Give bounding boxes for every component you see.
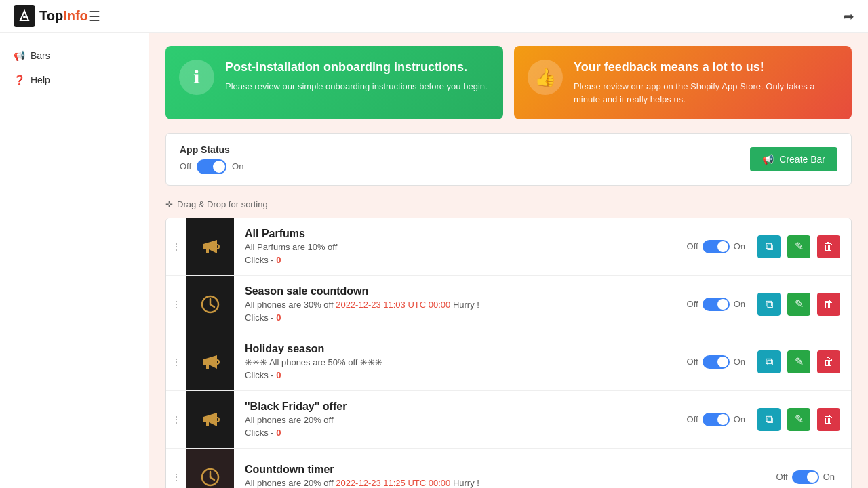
bar-title-5: Countdown timer xyxy=(245,464,766,476)
bar-off-label-4: Off xyxy=(687,414,698,424)
toggle-knob xyxy=(213,161,225,173)
bar-toggle-4[interactable] xyxy=(703,413,730,426)
app-status-label: App Status xyxy=(180,144,243,155)
app-header: TopInfo ☰ ➦ xyxy=(0,0,868,33)
drag-hint-icon: ✛ xyxy=(165,199,173,209)
off-label: Off xyxy=(180,161,191,171)
onboarding-icon: ℹ xyxy=(179,60,214,95)
bar-toggle-knob-4 xyxy=(717,414,728,425)
delete-button-4[interactable]: 🗑 xyxy=(817,408,840,431)
delete-button-1[interactable]: 🗑 xyxy=(817,235,840,258)
bar-icon-megaphone-1 xyxy=(186,218,234,275)
bar-item-season-sale: ⋮ Season sale countdown All phones are 3… xyxy=(166,276,851,333)
sidebar: 📢 Bars ❓ Help xyxy=(0,33,149,488)
sidebar-bars-label: Bars xyxy=(31,50,50,61)
app-status-card: App Status Off On 📢 Create Bar xyxy=(165,133,852,186)
bar-toggle-1[interactable] xyxy=(703,240,730,253)
bar-toggle-knob-5 xyxy=(807,472,818,483)
drag-handle-5[interactable]: ⋮ xyxy=(166,472,186,483)
bar-icon-megaphone-3 xyxy=(186,333,234,390)
onboarding-banner[interactable]: ℹ Post-installation onboarding instructi… xyxy=(165,46,503,119)
bar-title-1: All Parfums xyxy=(245,228,676,240)
edit-button-2[interactable]: ✎ xyxy=(787,293,810,316)
logo: TopInfo xyxy=(14,5,88,27)
copy-button-2[interactable]: ⧉ xyxy=(757,293,781,316)
bar-toggle-2[interactable] xyxy=(703,298,730,311)
copy-button-3[interactable]: ⧉ xyxy=(757,350,781,373)
bar-controls-2: Off On ⧉ ✎ 🗑 xyxy=(687,293,851,316)
copy-button-4[interactable]: ⧉ xyxy=(757,408,781,431)
delete-button-2[interactable]: 🗑 xyxy=(817,293,840,316)
feedback-icon: 👍 xyxy=(528,60,563,95)
bar-info-3: Holiday season ✳✳✳ All phones are 50% of… xyxy=(234,335,687,388)
bar-on-label-2: On xyxy=(734,299,745,309)
onboarding-title: Post-installation onboarding instruction… xyxy=(225,60,488,75)
bar-desc-prefix-5: All phones are 20% off xyxy=(245,478,336,488)
feedback-banner[interactable]: 👍 Your feedback means a lot to us! Pleas… xyxy=(514,46,852,119)
bar-toggle-knob-3 xyxy=(717,357,728,367)
bar-toggle-row-1: Off On xyxy=(687,240,745,253)
bar-toggle-row-3: Off On xyxy=(687,355,745,369)
exit-icon[interactable]: ➦ xyxy=(843,8,854,24)
bar-off-label-5: Off xyxy=(776,472,788,482)
feedback-content: Your feedback means a lot to us! Please … xyxy=(574,60,838,106)
bar-desc-2: All phones are 30% off 2022-12-23 11:03 … xyxy=(245,300,676,310)
bar-title-2: Season sale countdown xyxy=(245,285,676,298)
clicks-zero-4: 0 xyxy=(276,428,281,438)
bar-info-2: Season sale countdown All phones are 30%… xyxy=(234,277,687,331)
drag-handle-4[interactable]: ⋮ xyxy=(166,414,186,425)
logo-info: Info xyxy=(63,8,88,23)
drag-handle-1[interactable]: ⋮ xyxy=(166,241,186,252)
bar-icon-clock-5 xyxy=(186,449,234,488)
edit-button-4[interactable]: ✎ xyxy=(787,408,810,431)
bar-desc-suffix-2: Hurry ! xyxy=(450,300,479,310)
bar-on-label-4: On xyxy=(734,414,745,424)
bar-toggle-row-4: Off On xyxy=(687,413,745,426)
bar-off-label-3: Off xyxy=(687,357,698,367)
bar-controls-4: Off On ⧉ ✎ 🗑 xyxy=(687,408,851,431)
hamburger-icon[interactable]: ☰ xyxy=(88,8,100,24)
bar-toggle-5[interactable] xyxy=(792,470,819,484)
sidebar-help-label: Help xyxy=(31,75,50,85)
bar-info-4: ''Black Friday'' offer All phones are 20… xyxy=(234,392,687,446)
help-icon: ❓ xyxy=(14,75,25,85)
create-bar-icon: 📢 xyxy=(762,154,774,165)
bar-icon-megaphone-4 xyxy=(186,391,234,448)
banner-row: ℹ Post-installation onboarding instructi… xyxy=(165,46,852,119)
bar-icon-clock-2 xyxy=(186,276,234,333)
bar-toggle-3[interactable] xyxy=(703,355,730,369)
onboarding-content: Post-installation onboarding instruction… xyxy=(225,60,488,94)
feedback-title: Your feedback means a lot to us! xyxy=(574,60,838,75)
bar-off-label-2: Off xyxy=(687,299,698,309)
bars-icon: 📢 xyxy=(14,50,25,61)
bar-title-3: Holiday season xyxy=(245,343,676,355)
sidebar-item-bars[interactable]: 📢 Bars xyxy=(0,43,149,68)
bar-item-holiday-season: ⋮ Holiday season ✳✳✳ All phones are 50% … xyxy=(166,333,851,391)
sidebar-item-help[interactable]: ❓ Help xyxy=(0,68,149,92)
copy-button-1[interactable]: ⧉ xyxy=(757,235,781,258)
drag-handle-3[interactable]: ⋮ xyxy=(166,357,186,367)
create-bar-label: Create Bar xyxy=(779,154,825,165)
bar-on-label-5: On xyxy=(823,472,835,482)
bar-title-4: ''Black Friday'' offer xyxy=(245,401,676,413)
bar-controls-3: Off On ⧉ ✎ 🗑 xyxy=(687,350,851,373)
edit-button-3[interactable]: ✎ xyxy=(787,350,810,373)
bar-on-label-3: On xyxy=(734,357,745,367)
bar-desc-highlight-5: 2022-12-23 11:25 UTC 00:00 xyxy=(336,478,450,488)
bar-item-countdown-timer: ⋮ Countdown timer All phones are 20% off… xyxy=(166,449,851,488)
on-label: On xyxy=(232,161,243,171)
app-status-toggle[interactable] xyxy=(197,159,226,174)
edit-button-1[interactable]: ✎ xyxy=(787,235,810,258)
bar-off-label-1: Off xyxy=(687,241,698,251)
bar-info-5: Countdown timer All phones are 20% off 2… xyxy=(234,455,776,488)
bar-clicks-4: Clicks - 0 xyxy=(245,428,676,438)
bar-item-black-friday: ⋮ ''Black Friday'' offer All phones are … xyxy=(166,391,851,449)
feedback-desc: Please review our app on the Shopify App… xyxy=(574,81,838,105)
onboarding-desc: Please review our simple onboarding inst… xyxy=(225,81,488,93)
delete-button-3[interactable]: 🗑 xyxy=(817,350,840,373)
toggle-row: Off On xyxy=(180,159,243,174)
create-bar-button[interactable]: 📢 Create Bar xyxy=(750,147,837,171)
clicks-zero-3: 0 xyxy=(276,370,281,380)
drag-handle-2[interactable]: ⋮ xyxy=(166,299,186,310)
bar-on-label-1: On xyxy=(734,241,745,251)
